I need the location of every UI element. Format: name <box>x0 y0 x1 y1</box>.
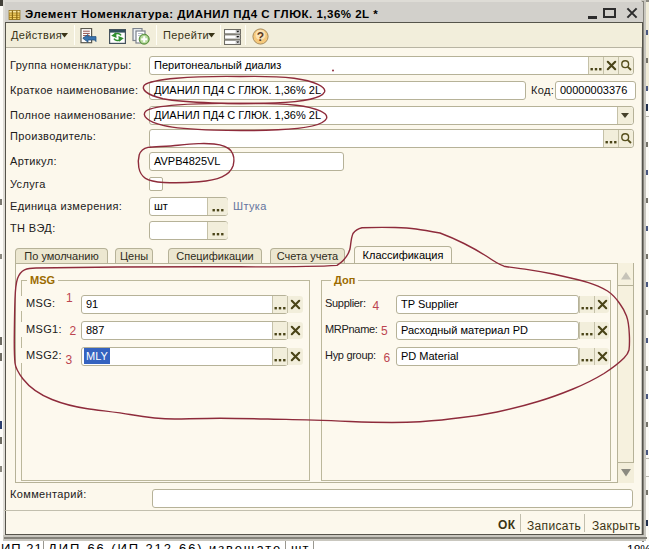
svg-text:4: 4 <box>373 299 380 313</box>
svg-text:6: 6 <box>384 351 391 365</box>
svg-text:2: 2 <box>70 324 77 338</box>
svg-text:5: 5 <box>381 324 388 338</box>
svg-text:3: 3 <box>66 353 73 367</box>
svg-text:1: 1 <box>66 291 73 305</box>
